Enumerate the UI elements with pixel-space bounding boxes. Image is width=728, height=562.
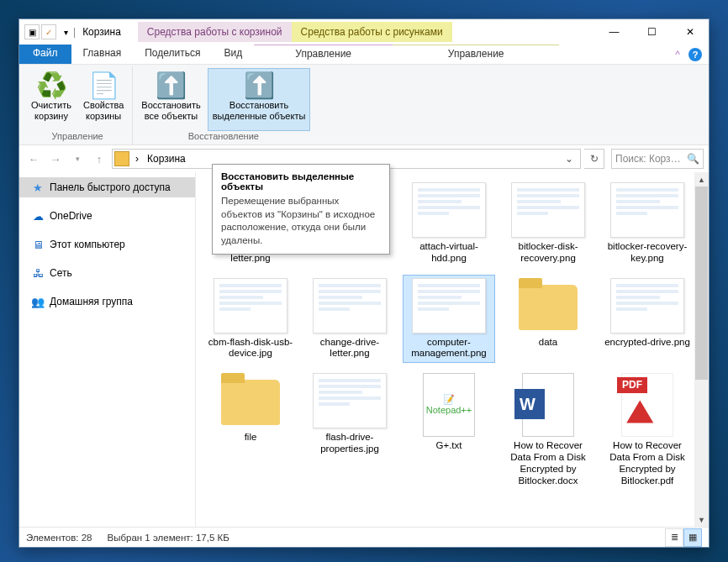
item-label: cbm-flash-disk-usb-device.jpg	[208, 337, 293, 360]
nav-history-dropdown[interactable]: ▾	[68, 150, 87, 168]
restore-selected-icon: ⬆️	[244, 71, 275, 100]
homegroup-icon: 👥	[31, 295, 45, 308]
item-label: attach-virtual-hdd.png	[406, 241, 492, 265]
tooltip-body: Перемещение выбранных объектов из "Корзи…	[221, 195, 381, 247]
tab-file[interactable]: Файл	[19, 45, 71, 64]
context-tab-bin[interactable]: Средства работы с корзиной	[138, 22, 292, 42]
tab-manage-pic[interactable]: Управление	[393, 45, 559, 64]
sidebar-item-onedrive[interactable]: ☁ OneDrive	[19, 206, 195, 226]
view-icons-button[interactable]: ▦	[683, 528, 702, 547]
nav-up-button[interactable]: ↑	[90, 150, 108, 168]
ribbon: ♻️ Очистить корзину 📄 Свойства корзины У…	[19, 65, 709, 145]
scroll-down-icon[interactable]: ▼	[694, 512, 709, 527]
restore-selected-button[interactable]: ⬆️ Восстановить выделенные объекты	[208, 68, 311, 131]
list-item[interactable]: bitlocker-disk-recovery.png	[502, 179, 594, 268]
ribbon-collapse-icon[interactable]: ^	[675, 49, 680, 60]
item-label: How to Recover Data From a Disk Encrypte…	[505, 440, 591, 486]
group-label-restore: Восстановление	[136, 131, 310, 143]
scroll-up-icon[interactable]: ▲	[694, 172, 709, 186]
item-label: change-drive-letter.png	[307, 337, 393, 360]
nav-back-button[interactable]: ←	[24, 150, 43, 168]
ribbon-group-manage: ♻️ Очистить корзину 📄 Свойства корзины У…	[23, 66, 133, 144]
ribbon-tabs: Файл Главная Поделиться Вид Управление У…	[19, 45, 709, 65]
image-thumbnail	[412, 278, 486, 334]
onedrive-icon: ☁	[31, 209, 45, 223]
item-label: computer-management.png	[406, 337, 492, 360]
list-item[interactable]: computer-management.png	[403, 275, 495, 364]
scrollbar-thumb[interactable]	[695, 186, 708, 380]
context-tab-pictures[interactable]: Средства работы с рисунками	[292, 22, 452, 42]
item-label: bitlocker-disk-recovery.png	[505, 241, 591, 265]
sidebar-item-quickaccess[interactable]: ★ Панель быстрого доступа	[19, 177, 195, 197]
qat-overflow[interactable]: ▾	[58, 24, 73, 39]
recycle-icon: ♻️	[36, 71, 67, 100]
nav-pane: ★ Панель быстрого доступа ☁ OneDrive 🖥 Э…	[19, 172, 196, 527]
quick-access-toolbar: ▣ ✓ ▾	[19, 24, 73, 39]
search-icon: 🔍	[687, 153, 699, 165]
list-item[interactable]: file	[204, 370, 297, 490]
folder-icon	[214, 373, 288, 428]
list-item[interactable]: change-drive-letter.png	[303, 275, 396, 364]
list-item[interactable]: How to Recover Data From a Disk Encrypte…	[502, 370, 594, 490]
view-switcher: ≣ ▦	[665, 528, 702, 547]
image-thumbnail	[610, 278, 684, 334]
breadcrumb-sep: ›	[133, 153, 141, 165]
item-label: file	[245, 432, 257, 444]
list-item[interactable]: encrypted-drive.png	[601, 275, 694, 364]
sidebar-item-homegroup[interactable]: 👥 Домашняя группа	[19, 292, 195, 312]
qat-icon-1[interactable]: ▣	[24, 24, 40, 39]
list-item[interactable]: flash-drive-properties.jpg	[303, 370, 396, 490]
refresh-button[interactable]: ↻	[584, 149, 604, 169]
maximize-button[interactable]: ☐	[633, 19, 671, 45]
empty-bin-button[interactable]: ♻️ Очистить корзину	[26, 68, 76, 131]
vertical-scrollbar[interactable]: ▲ ▼	[694, 172, 709, 527]
nav-forward-button[interactable]: →	[46, 150, 65, 168]
list-item[interactable]: cbm-flash-disk-usb-device.jpg	[204, 275, 297, 364]
sidebar-item-thispc[interactable]: 🖥 Этот компьютер	[19, 234, 195, 255]
word-doc-icon	[522, 373, 574, 437]
close-button[interactable]: ✕	[671, 19, 709, 45]
window-title: Корзина	[82, 26, 121, 38]
tab-home[interactable]: Главная	[71, 45, 134, 64]
tab-manage-bin[interactable]: Управление	[254, 45, 393, 64]
explorer-window: ▣ ✓ ▾ | Корзина Средства работы с корзин…	[18, 18, 710, 548]
context-tab-headers: Средства работы с корзиной Средства рабо…	[138, 22, 452, 42]
group-label-manage: Управление	[26, 131, 129, 143]
titlebar: ▣ ✓ ▾ | Корзина Средства работы с корзин…	[19, 19, 709, 45]
txt-doc-icon: 📝Notepad++	[423, 373, 475, 437]
item-label: data	[539, 337, 557, 349]
network-icon: 🖧	[31, 266, 45, 280]
minimize-button[interactable]: —	[595, 19, 633, 45]
ribbon-group-restore: ⬆️ Восстановить все объекты ⬆️ Восстанов…	[133, 66, 314, 144]
image-thumbnail	[511, 182, 585, 238]
image-thumbnail	[214, 278, 288, 334]
restore-all-button[interactable]: ⬆️ Восстановить все объекты	[136, 68, 205, 131]
tab-share[interactable]: Поделиться	[133, 45, 212, 64]
sidebar-item-network[interactable]: 🖧 Сеть	[19, 263, 195, 283]
address-dropdown-icon[interactable]: ⌄	[560, 153, 578, 165]
help-icon[interactable]: ?	[688, 48, 702, 61]
bin-properties-button[interactable]: 📄 Свойства корзины	[78, 68, 129, 131]
view-details-button[interactable]: ≣	[665, 528, 683, 547]
list-item[interactable]: 📝Notepad++G+.txt	[403, 370, 495, 490]
list-item[interactable]: attach-virtual-hdd.png	[403, 179, 495, 268]
tooltip-title: Восстановить выделенные объекты	[221, 171, 381, 192]
star-icon: ★	[31, 181, 45, 194]
tab-view[interactable]: Вид	[212, 45, 254, 64]
qat-icon-2[interactable]: ✓	[41, 24, 56, 39]
list-item[interactable]: How to Recover Data From a Disk Encrypte…	[601, 370, 694, 490]
item-label: How to Recover Data From a Disk Encrypte…	[604, 440, 690, 486]
image-thumbnail	[313, 278, 387, 334]
search-input[interactable]: Поиск: Корз… 🔍	[611, 149, 704, 169]
item-label: G+.txt	[436, 440, 462, 452]
image-thumbnail	[412, 182, 486, 238]
status-selection: Выбран 1 элемент: 17,5 КБ	[107, 533, 229, 543]
item-label: flash-drive-properties.jpg	[307, 432, 393, 455]
pc-icon: 🖥	[31, 238, 45, 251]
list-item[interactable]: data	[502, 275, 594, 364]
properties-icon: 📄	[88, 71, 119, 100]
pdf-doc-icon	[621, 373, 673, 437]
breadcrumb[interactable]: Корзина	[145, 153, 188, 165]
list-item[interactable]: bitlocker-recovery-key.png	[601, 179, 694, 268]
item-label: bitlocker-recovery-key.png	[604, 241, 690, 265]
